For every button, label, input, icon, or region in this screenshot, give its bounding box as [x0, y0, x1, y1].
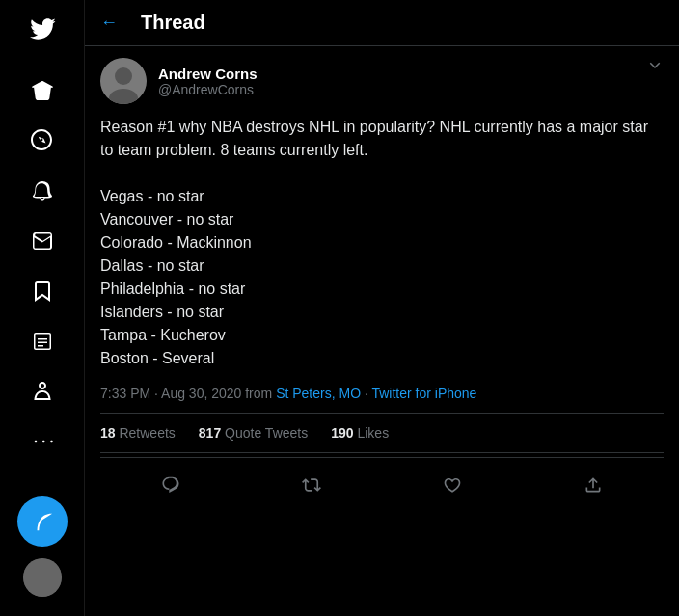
sidebar-item-profile[interactable] — [17, 366, 68, 416]
compose-button[interactable] — [17, 496, 68, 547]
tweet-menu-chevron[interactable] — [646, 58, 664, 79]
sidebar-item-more[interactable] — [17, 416, 68, 467]
tweet-stats: 18 Retweets 817 Quote Tweets 190 Likes — [100, 413, 664, 453]
retweet-button[interactable] — [292, 466, 331, 504]
tweet-container: Andrew Corns @AndrewCorns Reason #1 why … — [85, 46, 679, 523]
sidebar-item-home[interactable] — [17, 66, 68, 116]
action-bar — [100, 457, 664, 512]
meta-separator-1: · — [154, 386, 161, 401]
like-button[interactable] — [433, 466, 472, 504]
back-button[interactable]: ← — [100, 13, 118, 33]
sidebar — [0, 0, 85, 616]
twitter-logo — [29, 15, 56, 48]
user-avatar[interactable] — [23, 558, 62, 597]
author-avatar[interactable] — [100, 58, 147, 104]
author-handle[interactable]: @AndrewCorns — [158, 82, 258, 97]
meta-separator-2: from — [245, 386, 276, 401]
tweet-date: Aug 30, 2020 — [161, 386, 241, 401]
reply-button[interactable] — [151, 466, 190, 504]
likes-count: 190 — [331, 425, 353, 441]
main-content: ← Thread Andrew Corns @AndrewCorns Re — [85, 0, 679, 616]
sidebar-item-explore[interactable] — [17, 116, 68, 166]
tweet-location[interactable]: St Peters, MO — [276, 386, 361, 401]
quote-tweets-stat[interactable]: 817 Quote Tweets — [199, 425, 308, 441]
tweet-text: Reason #1 why NBA destroys NHL in popula… — [100, 116, 664, 370]
sidebar-item-messages[interactable] — [17, 216, 68, 266]
tweet-source[interactable]: Twitter for iPhone — [371, 386, 476, 401]
likes-label: Likes — [357, 425, 389, 441]
sidebar-item-lists[interactable] — [17, 316, 68, 366]
tweet-time: 7:33 PM — [100, 386, 150, 401]
likes-stat[interactable]: 190 Likes — [331, 425, 389, 441]
tweet-author-row: Andrew Corns @AndrewCorns — [100, 58, 664, 104]
sidebar-item-notifications[interactable] — [17, 166, 68, 216]
page-title: Thread — [141, 12, 205, 34]
retweet-label: Retweets — [119, 425, 175, 441]
author-info: Andrew Corns @AndrewCorns — [158, 66, 258, 97]
retweet-count: 18 — [100, 425, 116, 441]
sidebar-item-bookmarks[interactable] — [17, 266, 68, 316]
quote-tweet-label: Quote Tweets — [225, 425, 308, 441]
thread-header: ← Thread — [85, 0, 679, 46]
quote-tweet-count: 817 — [199, 425, 221, 441]
tweet-meta: 7:33 PM · Aug 30, 2020 from St Peters, M… — [100, 386, 664, 401]
retweets-stat[interactable]: 18 Retweets — [100, 425, 176, 441]
share-button[interactable] — [574, 466, 612, 504]
tweet-author-left: Andrew Corns @AndrewCorns — [100, 58, 258, 104]
author-name[interactable]: Andrew Corns — [158, 66, 258, 82]
